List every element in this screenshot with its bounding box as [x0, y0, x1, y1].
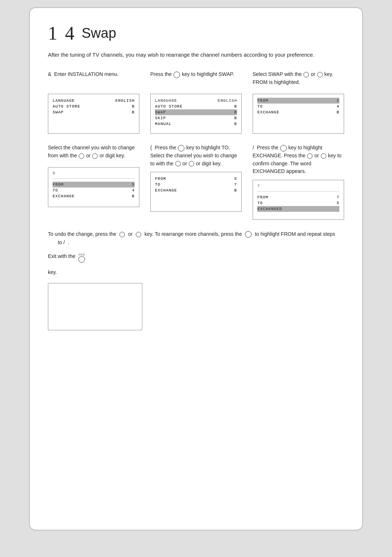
channel-num-4: 5 — [53, 171, 135, 175]
step-4-menu: 5 FROM5 TO4 EXCHANGEB — [48, 167, 139, 207]
steps-grid-row1: & Enter INSTALLATION menu. LANGUAGEENGLI… — [48, 70, 344, 134]
step-1-menu: LANGUAGEENGLISH AUTO STOREB SWAPB — [48, 94, 139, 134]
step-5-menu: FROM5 TO7 EXCHANGEB — [150, 172, 242, 212]
chapter-number: 1 4 — [48, 23, 76, 44]
step-1-cell: & Enter INSTALLATION menu. LANGUAGEENGLI… — [48, 70, 139, 134]
main-page: 1 4 Swap After the tuning of TV channels… — [29, 7, 363, 530]
title-row: 1 4 Swap — [48, 23, 344, 44]
circle-icon-6 — [280, 145, 287, 152]
circle-icon-3a — [303, 72, 309, 77]
intro-paragraph: After the tuning of TV channels, you may… — [48, 51, 344, 59]
step-3-menu: FROM2 TO4 EXCHANGEB — [253, 94, 344, 134]
step-6-text: / Press the key to highlight EXCHANGE. P… — [253, 144, 344, 175]
circle-icon-2 — [173, 72, 180, 78]
osd-button: OSD — [78, 253, 85, 263]
step-6-cell: / Press the key to highlight EXCHANGE. P… — [253, 144, 344, 220]
circle-icon-undo1 — [119, 232, 125, 237]
step-5-text: ( Press the key to highlight TO. Select … — [150, 144, 242, 167]
key-label: key. — [48, 269, 344, 275]
step-3-cell: Select SWAP with the or key. FROM is hig… — [253, 70, 344, 134]
steps-grid-row2: Select the channel you wish to change fr… — [48, 144, 344, 220]
exit-section: Exit with the OSD — [48, 253, 344, 263]
osd-label: OSD — [78, 253, 85, 256]
bottom-empty-menu — [48, 283, 142, 330]
step-5-cell: ( Press the key to highlight TO. Select … — [150, 144, 242, 220]
circle-icon-4a — [79, 153, 84, 159]
step-1-text: & Enter INSTALLATION menu. — [48, 70, 119, 89]
circle-icon-undo2 — [136, 232, 141, 237]
step-2-cell: Press the key to hightlight SWAP. LANGUA… — [150, 70, 242, 134]
circle-icon-5b — [189, 161, 194, 166]
channel-num-6: 7 — [257, 184, 339, 188]
circle-icon-6a — [307, 153, 313, 159]
step-6-menu: 7 FROM7 TO5 EXCHANGED — [253, 180, 344, 220]
exit-label: Exit with the — [48, 253, 75, 259]
circle-icon-repeat — [245, 231, 252, 238]
circle-icon-6b — [321, 153, 326, 159]
step-2-menu: LANGUAGEENGLISH AUTO STOREB SWAPB SKIPB … — [150, 94, 242, 134]
step-4-text: Select the channel you wish to change fr… — [48, 144, 139, 163]
circle-icon-5 — [178, 145, 184, 152]
chapter-title: Swap — [82, 25, 116, 41]
bottom-paragraph: To undo the change, press the or key. To… — [48, 230, 344, 247]
circle-icon-4b — [92, 153, 98, 159]
circle-icon-3b — [317, 72, 323, 77]
step-4-cell: Select the channel you wish to change fr… — [48, 144, 139, 220]
step-3-text: Select SWAP with the or key. FROM is hig… — [253, 70, 344, 89]
osd-circle-icon — [78, 256, 85, 263]
step-2-text: Press the key to hightlight SWAP. — [150, 70, 234, 89]
circle-icon-5a — [175, 161, 181, 166]
